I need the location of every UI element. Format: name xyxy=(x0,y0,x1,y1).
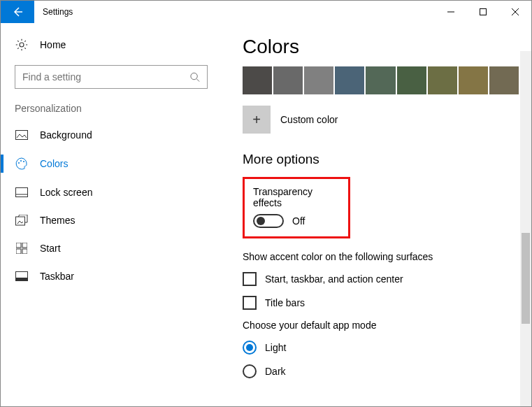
svg-rect-11 xyxy=(16,249,21,254)
radio-icon xyxy=(243,341,257,355)
color-swatch[interactable] xyxy=(397,66,426,94)
arrow-left-icon xyxy=(12,6,23,17)
taskbar-icon xyxy=(15,271,29,281)
home-nav[interactable]: Home xyxy=(1,33,222,61)
gear-icon xyxy=(15,38,29,51)
svg-rect-14 xyxy=(16,278,28,281)
color-swatch[interactable] xyxy=(366,66,395,94)
window-controls xyxy=(435,1,531,23)
check-title-bars[interactable]: Title bars xyxy=(243,296,519,310)
color-swatch[interactable] xyxy=(304,66,333,94)
start-icon xyxy=(15,243,29,254)
sidebar-item-background[interactable]: Background xyxy=(1,121,222,149)
window-title: Settings xyxy=(34,7,435,17)
checkbox-icon xyxy=(243,296,257,310)
color-swatch[interactable] xyxy=(459,66,488,94)
scrollbar-thumb[interactable] xyxy=(522,233,530,324)
check-start-taskbar[interactable]: Start, taskbar, and action center xyxy=(243,272,519,286)
app-mode-label: Choose your default app mode xyxy=(243,320,519,331)
svg-rect-12 xyxy=(22,249,27,254)
svg-point-3 xyxy=(18,162,20,164)
more-options-heading: More options xyxy=(243,152,519,167)
svg-rect-2 xyxy=(16,131,28,140)
sidebar: Home Personalization Background Colors L… xyxy=(1,23,222,406)
checkbox-icon xyxy=(243,272,257,286)
svg-rect-8 xyxy=(16,217,25,225)
transparency-state: Off xyxy=(292,215,305,227)
check-label: Title bars xyxy=(265,297,305,308)
accent-surfaces-label: Show accent color on the following surfa… xyxy=(243,251,519,262)
radio-label: Light xyxy=(265,342,286,353)
radio-icon xyxy=(243,364,257,378)
highlight-box: Transparency effects Off xyxy=(243,177,350,238)
transparency-toggle[interactable] xyxy=(253,214,284,228)
radio-light[interactable]: Light xyxy=(243,341,519,355)
scrollbar[interactable] xyxy=(520,51,531,406)
home-label: Home xyxy=(40,39,66,50)
custom-color-label: Custom color xyxy=(280,114,338,125)
svg-rect-7 xyxy=(16,194,28,197)
palette-icon xyxy=(15,157,29,170)
picture-icon xyxy=(15,130,29,140)
close-icon xyxy=(512,8,519,15)
sidebar-item-label: Lock screen xyxy=(40,187,92,198)
minimize-icon xyxy=(447,8,454,15)
sidebar-item-label: Themes xyxy=(40,215,76,226)
svg-rect-6 xyxy=(16,188,28,197)
svg-point-4 xyxy=(20,160,22,162)
color-swatch[interactable] xyxy=(273,66,303,94)
search-icon xyxy=(189,71,200,83)
search-input[interactable] xyxy=(22,71,189,83)
sidebar-item-themes[interactable]: Themes xyxy=(1,206,222,234)
sidebar-item-taskbar[interactable]: Taskbar xyxy=(1,262,222,290)
sidebar-item-label: Taskbar xyxy=(40,271,74,282)
check-label: Start, taskbar, and action center xyxy=(265,273,403,285)
sidebar-item-start[interactable]: Start xyxy=(1,234,222,262)
lock-screen-icon xyxy=(15,187,29,197)
color-swatch[interactable] xyxy=(335,66,364,94)
main-panel: Colors + Custom color More options Trans… xyxy=(222,23,531,406)
color-swatch[interactable] xyxy=(428,66,457,94)
sidebar-item-label: Start xyxy=(40,243,61,254)
plus-icon: + xyxy=(243,106,271,134)
sidebar-item-colors[interactable]: Colors xyxy=(1,149,222,178)
maximize-button[interactable] xyxy=(467,1,499,23)
svg-rect-9 xyxy=(16,243,21,248)
custom-color-row[interactable]: + Custom color xyxy=(243,106,519,134)
section-label: Personalization xyxy=(1,103,222,121)
svg-rect-0 xyxy=(480,9,487,15)
search-box[interactable] xyxy=(15,65,208,89)
color-swatch[interactable] xyxy=(243,66,272,94)
radio-dark[interactable]: Dark xyxy=(243,364,519,378)
svg-point-1 xyxy=(191,73,197,79)
svg-rect-10 xyxy=(22,243,27,248)
themes-icon xyxy=(15,215,29,226)
titlebar: Settings xyxy=(1,1,531,23)
color-swatch[interactable] xyxy=(489,66,519,94)
sidebar-item-lock-screen[interactable]: Lock screen xyxy=(1,178,222,206)
sidebar-item-label: Background xyxy=(40,129,92,141)
radio-label: Dark xyxy=(265,366,286,377)
back-button[interactable] xyxy=(1,1,34,23)
minimize-button[interactable] xyxy=(435,1,467,23)
color-swatches xyxy=(243,66,519,94)
maximize-icon xyxy=(480,8,487,15)
close-button[interactable] xyxy=(499,1,531,23)
svg-point-5 xyxy=(23,161,24,162)
transparency-label: Transparency effects xyxy=(253,186,340,208)
page-title: Colors xyxy=(243,36,519,58)
sidebar-item-label: Colors xyxy=(40,158,68,169)
